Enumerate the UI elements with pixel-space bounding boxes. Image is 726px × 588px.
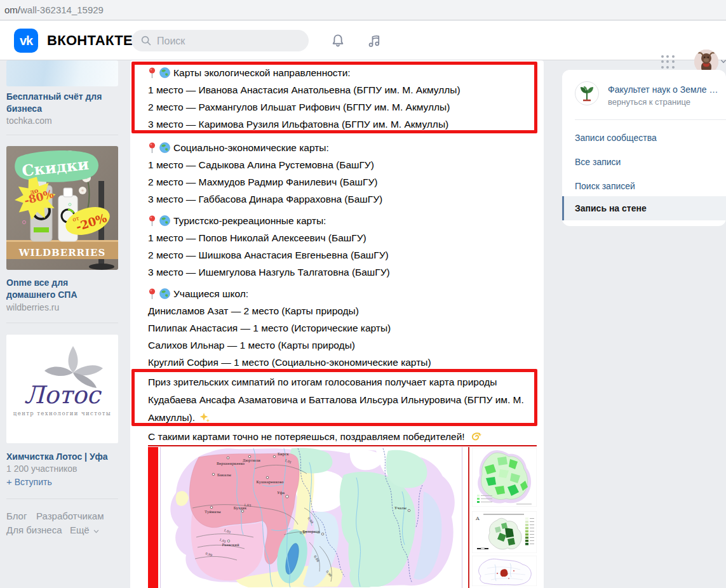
winner-entry: 1 место — Попов Николай Алексеевич (БашГ… — [148, 229, 366, 246]
menu-item-post-search[interactable]: Поиск записей — [562, 174, 726, 198]
chevron-down-icon[interactable] — [721, 60, 726, 63]
viewer-prize-paragraph: Приз зрительских симпатий по итогам голо… — [148, 373, 533, 427]
globe-icon — [159, 215, 170, 226]
city-label: Верхнеяркеево — [217, 462, 245, 466]
post-section-title: Учащиеся школ: — [148, 285, 248, 302]
music-icon[interactable] — [366, 32, 382, 49]
menu-item-all-posts[interactable]: Все записи — [562, 150, 726, 174]
search-icon — [140, 35, 152, 46]
map-thumbnail-red-spot[interactable] — [472, 556, 537, 586]
pin-icon — [148, 142, 156, 154]
post-context-sidebar: Факультет наук о Земле … вернуться к стр… — [562, 70, 726, 226]
dizzy-icon — [470, 432, 482, 442]
more-label: Ещё — [70, 525, 90, 535]
sidebar-divider — [6, 135, 118, 135]
post-section-title: Карты экологической направленности: — [148, 64, 351, 81]
isoline-map-of-bashkortostan: 1,01 1,03 1,03 1,01 0,99 0,99 0,97 0,98 … — [159, 447, 464, 588]
ad-image-lotos[interactable]: Лотос центр технологии чистоты — [6, 335, 118, 443]
ad-image-wildberries[interactable]: Скидки до -80% от -20% WILDBERRIES — [6, 146, 118, 270]
city-label: Раевский — [222, 543, 239, 547]
url-domain-end: om/ — [4, 4, 20, 15]
winner-entry: 1 место — Иванова Анастасия Анатольевна … — [148, 81, 460, 98]
winner-entry: Пилипак Анастасия — 1 место (Исторически… — [148, 319, 391, 337]
ad-title-onme[interactable]: Onme все для домашнего СПА — [6, 277, 118, 301]
city-label: Учалы — [394, 506, 407, 510]
pin-icon — [148, 288, 156, 300]
sidebar-divider — [6, 498, 118, 499]
community-avatar[interactable] — [575, 81, 599, 105]
menu-item-label: Запись на стене — [575, 203, 647, 213]
vk-logo-icon[interactable]: vk — [14, 29, 38, 53]
winner-entry: 2 место — Шишкова Анастасия Евгеньевна (… — [148, 246, 389, 264]
map-frame-line — [462, 447, 462, 588]
chevron-down-icon — [93, 530, 99, 533]
congrats-text: С такими картами точно не потеряешься, п… — [148, 431, 465, 442]
annotation-red-bar — [148, 447, 158, 588]
winner-entry: Динисламов Азат — 2 место (Карты природы… — [148, 302, 359, 319]
join-label: Вступить — [15, 477, 52, 487]
footer-link-developers[interactable]: Разработчикам — [36, 511, 104, 521]
wb-brand-text: WILDBERRIES — [18, 247, 106, 258]
city-label: Туймазы — [205, 510, 221, 514]
vk-header: vk ВКОНТАКТЕ — [0, 21, 726, 60]
active-indicator-bar — [562, 196, 564, 220]
sparkles-icon — [199, 412, 210, 423]
ad-title-tochka[interactable]: Бесплатный счёт для бизнеса — [6, 91, 118, 115]
menu-item-wall-post[interactable]: Запись на стене — [562, 196, 726, 220]
globe-icon — [159, 67, 170, 78]
city-label: Уфа — [277, 491, 285, 495]
url-path: wall-362314_15929 — [20, 4, 104, 15]
community-name-link[interactable]: Факультет наук о Земле … — [608, 84, 721, 95]
join-community-link[interactable]: + Вступить — [6, 476, 52, 487]
svg-text:A: A — [475, 516, 480, 521]
city-label: Белорецк — [302, 530, 320, 534]
bell-icon[interactable] — [330, 32, 346, 49]
congrats-line: С такими картами точно не потеряешься, п… — [148, 428, 482, 445]
ad-domain-tochka[interactable]: tochka.com — [6, 116, 52, 126]
community-logo-sprout — [575, 82, 598, 105]
city-label: Бакалы — [217, 473, 232, 477]
post-attachment-map-image[interactable]: 1,01 1,03 1,03 1,01 0,99 0,99 0,97 0,98 … — [148, 445, 537, 588]
lotos-logo-text: Лотос — [24, 381, 102, 409]
vk-wall-post-page: om/wall-362314_15929 vk ВКОНТАКТЕ — [0, 0, 726, 588]
vk-brand-title[interactable]: ВКОНТАКТЕ — [47, 32, 133, 49]
city-label: Бирск — [278, 452, 289, 457]
map-thumbnail-green-choropleth[interactable] — [472, 448, 537, 507]
lotos-logo-picture: Лотос центр технологии чистоты — [6, 335, 118, 443]
winner-entry: Круглий София — 1 место (Социально-эконо… — [148, 354, 431, 371]
globe-icon — [159, 142, 170, 153]
search-input[interactable] — [156, 30, 304, 53]
plus-icon: + — [6, 476, 12, 487]
annotation-red-line — [148, 445, 537, 446]
wildberries-ad-picture: Скидки до -80% от -20% WILDBERRIES — [6, 146, 118, 270]
winner-entry: 3 место — Габбасова Динара Фарраховна (Б… — [148, 190, 382, 208]
ad-image-tochka[interactable] — [6, 60, 118, 86]
city-label: Буздяк — [234, 506, 247, 511]
footer-link-more[interactable]: Ещё — [70, 525, 99, 535]
pin-icon — [148, 67, 156, 79]
footer-link-blog[interactable]: Блог — [6, 511, 27, 521]
globe-icon — [159, 288, 170, 299]
menu-item-community-posts[interactable]: Записи сообщества — [562, 126, 726, 150]
section-title-text: Карты экологической направленности: — [173, 64, 351, 81]
post-section-title: Социально-экономические карты: — [148, 139, 329, 156]
map-thumbnail-density[interactable]: A — [472, 511, 537, 553]
ad-members-lotos: 1 200 участников — [6, 464, 77, 474]
winner-entry: 3 место — Каримова Рузиля Ильфатовна (БГ… — [148, 116, 448, 133]
winner-entry: 2 место — Рахмангулов Ильшат Рифович (БГ… — [148, 98, 450, 116]
ad-domain-wildberries[interactable]: wildberries.ru — [6, 302, 59, 312]
annotation-red-line-vertical — [468, 447, 469, 588]
back-to-page-link[interactable]: вернуться к странице — [608, 97, 690, 107]
winner-entry: 2 место — Махмудов Радмир Фанилевич (Баш… — [148, 173, 377, 190]
footer-link-business[interactable]: Для бизнеса — [6, 525, 62, 535]
post-section-title: Туристско-рекреационные карты: — [148, 212, 326, 229]
winner-entry: 3 место — Ишемгулова Назгуль Талгатовна … — [148, 264, 390, 281]
city-label: Дюртюли — [243, 458, 260, 463]
ad-title-lotos[interactable]: Химчистка Лотос | Уфа — [6, 451, 118, 463]
global-search[interactable] — [131, 30, 309, 51]
pin-icon — [148, 215, 156, 227]
browser-url-bar[interactable]: om/wall-362314_15929 — [0, 0, 726, 20]
sidebar-divider — [575, 119, 726, 120]
section-title-text: Учащиеся школ: — [173, 285, 248, 302]
apps-grid-icon[interactable] — [661, 55, 675, 69]
